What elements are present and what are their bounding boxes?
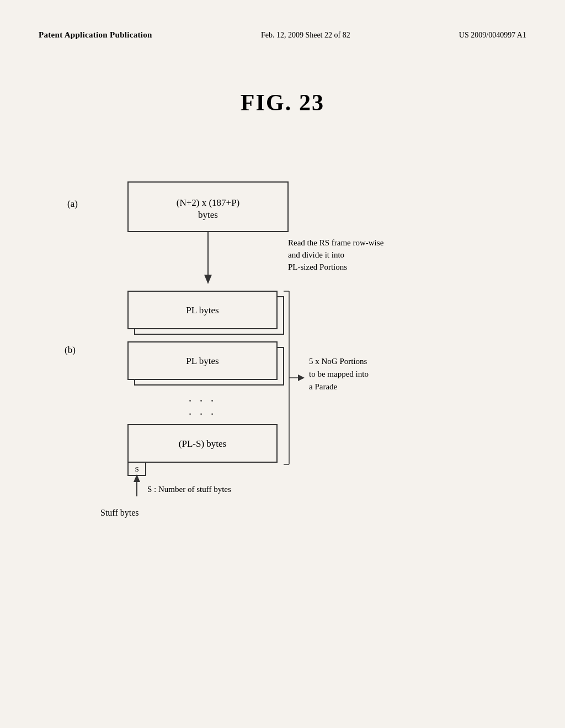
- pls-box-text: (PL-S) bytes: [179, 438, 226, 449]
- pl-box-2-text: PL bytes: [186, 356, 218, 366]
- arrow-label-line1: Read the RS frame row-wise: [288, 238, 384, 247]
- stuff-bytes-label: Stuff bytes: [100, 508, 138, 518]
- arrow-label-line2: and divide it into: [288, 250, 344, 259]
- side-annotation-line3: a Parade: [309, 382, 338, 391]
- arrow-label-line3: PL-sized Portions: [288, 263, 347, 271]
- part-a-label: (a): [67, 199, 78, 209]
- header-left: Patent Application Publication: [39, 30, 152, 40]
- side-annotation-line2: to be mapped into: [309, 370, 369, 378]
- pl-box-1-text: PL bytes: [186, 305, 218, 315]
- box-a-text-line2: bytes: [198, 210, 218, 220]
- s-annotation: S : Number of stuff bytes: [147, 485, 231, 494]
- header-right: US 2009/0040997 A1: [459, 31, 526, 40]
- arrow-down-head: [204, 275, 212, 284]
- s-box-text: S: [135, 465, 138, 473]
- header: Patent Application Publication Feb. 12, …: [0, 0, 565, 45]
- dots2: . . .: [189, 405, 216, 417]
- dots: . . .: [189, 392, 216, 404]
- figure-title: FIG. 23: [0, 89, 565, 116]
- part-b-label: (b): [65, 345, 76, 355]
- header-center: Feb. 12, 2009 Sheet 22 of 82: [261, 31, 350, 40]
- box-a-text-line1: (N+2) x (187+P): [177, 197, 240, 208]
- side-annotation-line1: 5 x NoG Portions: [309, 357, 367, 366]
- diagram-container: (a) (N+2) x (187+P) bytes Read the RS fr…: [0, 149, 565, 601]
- page: Patent Application Publication Feb. 12, …: [0, 0, 565, 728]
- diagram-svg: (a) (N+2) x (187+P) bytes Read the RS fr…: [34, 149, 531, 601]
- brace-arrow: [298, 374, 305, 381]
